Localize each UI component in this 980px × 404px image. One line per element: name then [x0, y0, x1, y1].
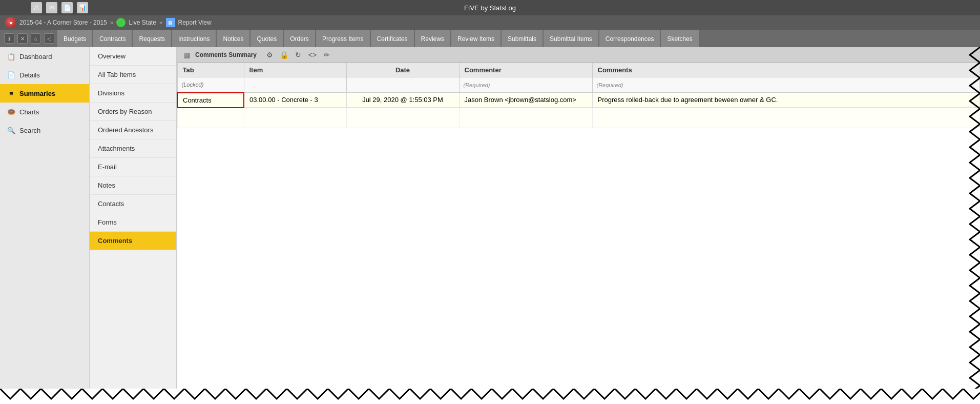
filter-tab: (Locked) — [177, 77, 244, 93]
right-zigzag-svg — [969, 47, 980, 389]
tab-sketches[interactable]: Sketches — [661, 30, 698, 47]
table-icon[interactable]: 📊 — [77, 2, 88, 13]
tab-budgets[interactable]: Budgets — [57, 30, 92, 47]
subnav-orders-by-reason[interactable]: Orders by Reason — [90, 103, 176, 121]
comments-table: Tab Item Date Commenter Comments (Locked… — [177, 63, 980, 128]
print-icon[interactable]: 🖨 — [31, 2, 42, 13]
tab-info-btn[interactable]: ℹ — [4, 33, 14, 44]
cell-item: 03.00.00 - Concrete - 3 — [244, 93, 346, 108]
sidebar-label-search: Search — [19, 127, 40, 134]
tab-instructions[interactable]: Instructions — [172, 30, 216, 47]
sidebar-item-summaries[interactable]: ≡ Summaries — [0, 84, 89, 103]
sidebar-item-dashboard[interactable]: 📋 Dashboard — [0, 47, 89, 66]
refresh-icon[interactable]: ↻ — [293, 49, 304, 60]
settings-icon[interactable]: ⚙ — [264, 49, 275, 60]
tab-bar: ℹ ✕ ⌂ ◁ Budgets Contracts Requests Instr… — [0, 30, 980, 47]
empty-row — [177, 108, 980, 128]
report-view-icon: ▦ — [166, 18, 175, 27]
table-row[interactable]: Contracts 03.00.00 - Concrete - 3 Jul 29… — [177, 93, 980, 108]
tab-home-btn[interactable]: ⌂ — [31, 33, 41, 44]
subnav-overview[interactable]: Overview — [90, 47, 176, 66]
empty-item — [244, 108, 346, 128]
tab-orders[interactable]: Orders — [284, 30, 315, 47]
filter-row: (Locked) (Required) (Required) — [177, 77, 980, 93]
sidebar-label-summaries: Summaries — [19, 90, 55, 97]
filter-commenter: (Required) — [459, 77, 592, 93]
col-header-commenter: Commenter — [459, 63, 592, 77]
tab-back-btn[interactable]: ◁ — [44, 33, 54, 44]
tab-close-btn[interactable]: ✕ — [17, 33, 28, 44]
content-table-icon: ▦ — [181, 49, 192, 60]
breadcrumb-sep-2: » — [159, 19, 163, 26]
subnav-ordered-ancestors[interactable]: Ordered Ancestors — [90, 121, 176, 139]
sidebar-item-charts[interactable]: 🍩 Charts — [0, 103, 89, 121]
cell-date: Jul 29, 2020 @ 1:55:03 PM — [346, 93, 459, 108]
breadcrumb-sep-1: » — [110, 19, 114, 26]
subnav-notes[interactable]: Notes — [90, 176, 176, 195]
breadcrumb-bar: ★ 2015-04 - A Corner Store - 2015 » Live… — [0, 15, 980, 30]
sidebar-item-search[interactable]: 🔍 Search — [0, 121, 89, 139]
sub-nav: Overview All Tab Items Divisions Orders … — [90, 47, 177, 389]
subnav-email[interactable]: E-mail — [90, 158, 176, 176]
empty-tab — [177, 108, 244, 128]
live-state-icon — [116, 18, 126, 27]
right-edge — [969, 47, 980, 389]
email-icon[interactable]: ✉ — [46, 2, 57, 13]
sidebar-label-dashboard: Dashboard — [19, 53, 52, 60]
subnav-contacts[interactable]: Contacts — [90, 195, 176, 213]
summaries-icon: ≡ — [7, 89, 15, 97]
title-bar: 🖨 ✉ 📄 📊 FIVE by StatsLog — [0, 0, 980, 15]
sidebar: 📋 Dashboard 📄 Details ≡ Summaries 🍩 Char… — [0, 47, 90, 389]
title-bar-icons: 🖨 ✉ 📄 📊 — [31, 2, 88, 13]
subnav-divisions[interactable]: Divisions — [90, 84, 176, 103]
tab-quotes[interactable]: Quotes — [251, 30, 283, 47]
breadcrumb-state[interactable]: Live State — [129, 19, 156, 26]
main-layout: 📋 Dashboard 📄 Details ≡ Summaries 🍩 Char… — [0, 47, 980, 389]
filter-item[interactable] — [244, 77, 346, 93]
filter-date[interactable] — [346, 77, 459, 93]
app-title: FIVE by StatsLog — [464, 4, 516, 12]
tab-review-items[interactable]: Review Items — [451, 30, 501, 47]
details-icon: 📄 — [7, 71, 15, 79]
tab-progress-items[interactable]: Progress Items — [316, 30, 370, 47]
col-header-comments: Comments — [592, 63, 980, 77]
charts-icon: 🍩 — [7, 108, 15, 116]
breadcrumb-view[interactable]: Report View — [178, 19, 212, 26]
tab-controls: ℹ ✕ ⌂ ◁ — [2, 30, 56, 47]
cell-commenter: Jason Brown <jbrown@statslog.com> — [459, 93, 592, 108]
tab-requests[interactable]: Requests — [133, 30, 171, 47]
sidebar-label-details: Details — [19, 71, 40, 79]
tab-submittal-items[interactable]: Submittal Items — [544, 30, 598, 47]
code-icon[interactable]: <> — [307, 49, 318, 60]
subnav-all-tab-items[interactable]: All Tab Items — [90, 66, 176, 84]
tab-certificates[interactable]: Certificates — [371, 30, 414, 47]
filter-comments: (Required) — [592, 77, 980, 93]
table-container: Tab Item Date Commenter Comments (Locked… — [177, 63, 980, 389]
cell-tab: Contracts — [177, 93, 244, 108]
breadcrumb-project[interactable]: 2015-04 - A Corner Store - 2015 — [19, 19, 107, 26]
sidebar-item-details[interactable]: 📄 Details — [0, 66, 89, 84]
tab-submittals[interactable]: Submittals — [502, 30, 543, 47]
table-header-row: Tab Item Date Commenter Comments — [177, 63, 980, 77]
content-title: Comments Summary — [195, 51, 257, 58]
subnav-forms[interactable]: Forms — [90, 213, 176, 232]
empty-comments — [592, 108, 980, 128]
pdf-icon[interactable]: 📄 — [61, 2, 73, 13]
content-toolbar: ▦ Comments Summary ⚙ 🔒 ↻ <> ✏ — [177, 47, 980, 63]
lock-icon[interactable]: 🔒 — [278, 49, 289, 60]
col-header-item: Item — [244, 63, 346, 77]
empty-date — [346, 108, 459, 128]
subnav-attachments[interactable]: Attachments — [90, 139, 176, 158]
search-icon: 🔍 — [7, 126, 15, 134]
empty-commenter — [459, 108, 592, 128]
col-header-tab: Tab — [177, 63, 244, 77]
bottom-bar — [0, 389, 980, 404]
content-area: ▦ Comments Summary ⚙ 🔒 ↻ <> ✏ Tab Item D… — [177, 47, 980, 389]
edit-icon[interactable]: ✏ — [321, 49, 332, 60]
tab-contracts[interactable]: Contracts — [93, 30, 132, 47]
tab-correspondences[interactable]: Correspondences — [599, 30, 660, 47]
subnav-comments[interactable]: Comments — [90, 232, 176, 250]
tab-reviews[interactable]: Reviews — [415, 30, 450, 47]
tab-notices[interactable]: Notices — [217, 30, 249, 47]
app-logo: ★ — [5, 17, 16, 28]
